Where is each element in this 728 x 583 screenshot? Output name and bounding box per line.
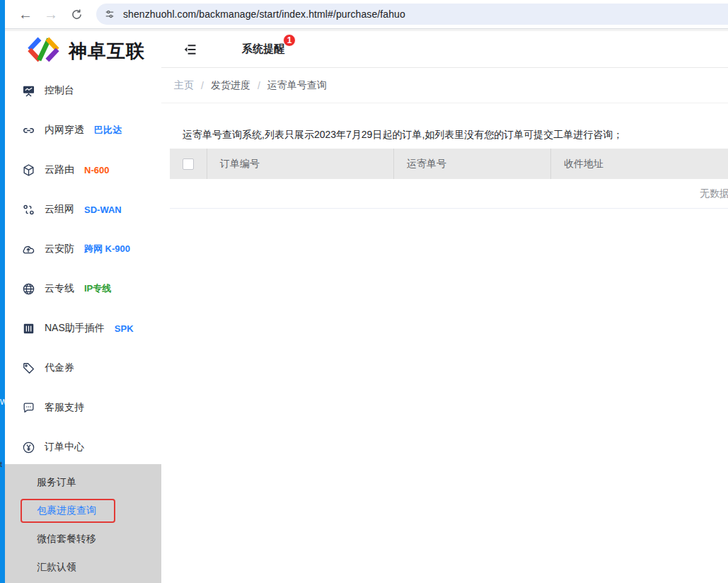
orders-table: 订单编号运寄单号收件地址 无数据 [170,149,728,209]
table-header-0: 订单编号 [207,149,393,179]
server-icon [21,321,35,335]
yen-circle-icon [21,440,35,454]
browser-window: ← → shenzhuohl.com/backmanage/start/inde… [0,0,728,583]
breadcrumb-separator: / [201,80,204,91]
sidebar-item-badge[interactable]: 巴比达 [94,124,122,137]
sidebar-item-label: 代金券 [45,362,74,374]
sidebar-item-badge[interactable]: SD-WAN [84,204,122,215]
main-area: 系统提醒 1 主页/ 发货进度/ 运寄单号查询 运寄单号查询系统,列表只展示20… [161,31,728,583]
table-header-row: 订单编号运寄单号收件地址 [170,149,728,179]
sidebar-item-label: 内网穿透 [45,124,84,137]
sidebar-item-badge[interactable]: 跨网 K-900 [84,243,130,255]
sidebar-item-8[interactable]: 客服支持 [5,388,161,427]
submenu-item-label: 包裹进度查询 [37,504,96,517]
submenu-item-label: 微信套餐转移 [37,533,96,546]
sidebar-item-badge[interactable]: N-600 [84,165,109,175]
sidebar-item-4[interactable]: 云安防 跨网 K-900 [5,229,161,269]
dashboard-icon [21,83,35,98]
link-icon [21,123,35,137]
system-notice-label[interactable]: 系统提醒 [242,42,284,54]
tag-icon [21,361,35,375]
cloud-upload-icon [21,242,35,256]
system-notice[interactable]: 系统提醒 1 [242,42,284,56]
fold-menu-icon[interactable] [183,42,198,57]
nodes-icon [21,202,35,217]
strip-glyph-bottom: t [0,460,2,468]
sidebar-item-5[interactable]: 云专线 IP专线 [5,269,161,308]
table-header-checkbox-cell [170,149,207,179]
sidebar-submenu: 服务订单 包裹进度查询 微信套餐转移 汇款认领 [5,464,161,583]
sidebar-item-badge[interactable]: IP专线 [84,282,111,295]
breadcrumb-separator: / [258,80,260,91]
back-arrow-icon[interactable]: ← [16,4,35,24]
reload-icon[interactable] [67,4,86,24]
url-text[interactable]: shenzhuohl.com/backmanage/start/index.ht… [123,8,405,20]
breadcrumb-item-0[interactable]: 主页 [174,79,194,92]
browser-toolbar: ← → shenzhuohl.com/backmanage/start/inde… [0,0,728,29]
address-bar[interactable]: shenzhuohl.com/backmanage/start/index.ht… [96,4,728,25]
strip-glyph-top: W [0,398,7,406]
sidebar-menu: 控制台 内网穿透 巴比达 云路由 N-600 云组网 SD-WAN 云安防 跨网… [5,71,161,467]
breadcrumb-item-1[interactable]: 发货进度 [211,79,250,92]
sidebar-item-0[interactable]: 控制台 [5,71,161,110]
submenu-item-label: 服务订单 [37,476,76,489]
submenu-item-2[interactable]: 微信套餐转移 [5,525,161,553]
submenu-item-label: 汇款认领 [37,561,76,574]
sidebar-item-label: NAS助手插件 [45,322,105,335]
table-header-1: 运寄单号 [393,149,550,179]
select-all-checkbox[interactable] [183,158,194,170]
cube-icon [21,163,35,177]
forward-arrow-icon: → [41,4,61,24]
sidebar-item-1[interactable]: 内网穿透 巴比达 [5,110,161,150]
sidebar-item-7[interactable]: 代金券 [5,348,161,388]
breadcrumb: 主页/ 发货进度/ 运寄单号查询 [161,68,728,103]
page-notice-text: 运寄单号查询系统,列表只展示2023年7月29日起的订单,如列表里没有您的订单可… [183,129,728,142]
sidebar: 神卓互联 控制台 内网穿透 巴比达 云路由 N-600 云组网 SD-WAN 云… [5,31,161,583]
submenu-item-0[interactable]: 服务订单 [5,468,161,497]
chat-icon [21,400,35,415]
sidebar-item-label: 订单中心 [45,441,84,454]
table-header-2: 收件地址 [550,149,728,179]
sidebar-item-label: 云路由 [45,163,74,176]
sidebar-item-3[interactable]: 云组网 SD-WAN [5,190,161,229]
sidebar-item-badge[interactable]: SPK [115,323,134,334]
breadcrumb-item-2[interactable]: 运寄单号查询 [267,79,327,92]
background-window-strip [0,0,5,583]
submenu-item-1[interactable]: 包裹进度查询 [5,497,161,525]
globe-icon [21,282,35,296]
site-settings-icon[interactable] [102,6,117,22]
sidebar-item-label: 云组网 [45,203,74,216]
sidebar-item-label: 云安防 [45,243,74,255]
sidebar-item-6[interactable]: NAS助手插件 SPK [5,308,161,348]
submenu-item-3[interactable]: 汇款认领 [5,553,161,582]
sidebar-item-label: 控制台 [45,84,74,97]
app-header: 系统提醒 1 [161,31,728,68]
table-empty-text: 无数据 [700,187,728,200]
table-empty-row: 无数据 [170,179,728,209]
sidebar-item-2[interactable]: 云路由 N-600 [5,150,161,190]
logo-mark-icon [25,35,62,67]
notice-count-badge: 1 [283,34,296,47]
logo-text: 神卓互联 [69,39,145,64]
sidebar-item-label: 客服支持 [45,401,84,414]
logo[interactable]: 神卓互联 [5,31,161,71]
sidebar-item-label: 云专线 [45,282,74,295]
sidebar-item-9[interactable]: 订单中心 [5,427,161,467]
